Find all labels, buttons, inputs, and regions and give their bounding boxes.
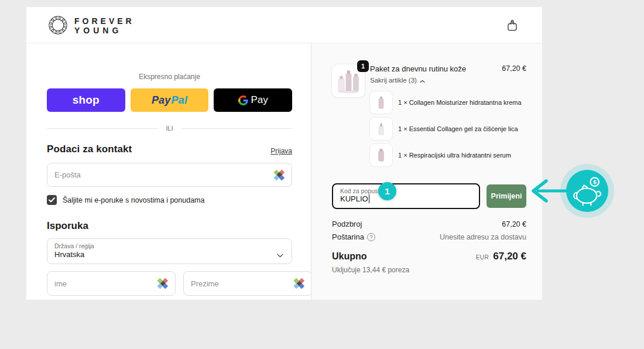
gpay-label: Pay bbox=[251, 94, 268, 106]
discount-code-input[interactable]: Kod za popust KUPLIO bbox=[332, 183, 480, 209]
last-name-input[interactable] bbox=[191, 279, 294, 288]
checkout-header: FOREVER YOUNG bbox=[26, 7, 542, 43]
paypal-button[interactable]: PayPal bbox=[131, 88, 209, 112]
product-price: 67,20 € bbox=[502, 64, 526, 73]
or-divider-label: ILI bbox=[157, 125, 181, 132]
google-pay-button[interactable]: Pay bbox=[214, 88, 292, 112]
totals-section: Podzbroj 67,20 € Poštarina ? Unesite adr… bbox=[332, 220, 526, 274]
svg-text:$: $ bbox=[593, 179, 597, 185]
google-g-icon bbox=[238, 95, 248, 105]
cart-button[interactable] bbox=[505, 19, 520, 34]
checkout-page: FOREVER YOUNG Ekspresno plaćanje bbox=[0, 0, 644, 349]
shop-pay-button[interactable]: shop bbox=[47, 88, 125, 112]
hide-items-toggle[interactable]: Sakrij artikle (3) bbox=[370, 75, 526, 85]
annotation-step-badge: 1 bbox=[378, 182, 396, 200]
item-thumbnail bbox=[370, 144, 392, 166]
list-item: 1 × Collagen Moisturizer hidratantna kre… bbox=[370, 91, 526, 114]
apply-discount-button[interactable]: Primijeni bbox=[487, 184, 526, 208]
first-name-field[interactable] bbox=[47, 271, 176, 296]
item-label: 1 × Respiracijski ultra hidratantni seru… bbox=[398, 151, 511, 160]
shopping-bag-icon bbox=[505, 18, 519, 35]
shop-pay-logo: shop bbox=[73, 94, 100, 107]
product-row: 1 Paket za dnevnu rutinu kože 67,20 € Sa… bbox=[332, 64, 526, 170]
autofill-diamonds-icon bbox=[274, 170, 285, 180]
item-thumbnail bbox=[370, 91, 392, 114]
quantity-badge: 1 bbox=[357, 60, 369, 72]
piggy-bank-icon: $ bbox=[570, 174, 604, 208]
newsletter-label: Šaljite mi e-poruke s novostima i ponuda… bbox=[63, 196, 204, 204]
discount-code-value: KUPLIO bbox=[340, 194, 368, 203]
brand-line2: YOUNG bbox=[74, 26, 135, 36]
list-item: 1 × Essential Collagen gel za čišćenje l… bbox=[370, 118, 526, 140]
item-label: 1 × Collagen Moisturizer hidratantna kre… bbox=[398, 98, 522, 107]
item-label: 1 × Essential Collagen gel za čišćenje l… bbox=[398, 125, 518, 134]
autofill-diamonds-icon bbox=[157, 278, 168, 289]
country-label: Država / regija bbox=[54, 242, 285, 249]
country-value: Hrvatska bbox=[54, 250, 285, 259]
brand-line1: FOREVER bbox=[74, 17, 135, 26]
order-summary-pane: 1 Paket za dnevnu rutinu kože 67,20 € Sa… bbox=[311, 43, 542, 300]
tax-note: Uključuje 13,44 € poreza bbox=[332, 266, 526, 274]
discount-code-label: Kod za popust bbox=[340, 187, 472, 194]
store-logo[interactable]: FOREVER YOUNG bbox=[47, 14, 135, 39]
paypal-logo: PayPal bbox=[152, 94, 187, 107]
first-name-input[interactable] bbox=[54, 279, 157, 288]
shipping-label: Poštarina bbox=[332, 232, 364, 241]
total-label: Ukupno bbox=[332, 251, 367, 262]
checkmark-icon bbox=[49, 197, 55, 203]
shipping-section-title: Isporuka bbox=[47, 220, 292, 232]
item-thumbnail bbox=[370, 118, 392, 140]
bundle-items-list: 1 × Collagen Moisturizer hidratantna kre… bbox=[370, 91, 526, 166]
email-field[interactable] bbox=[47, 163, 292, 187]
wreath-logo-icon bbox=[47, 14, 69, 39]
text-cursor bbox=[369, 194, 370, 203]
list-item: 1 × Respiracijski ultra hidratantni seru… bbox=[370, 144, 526, 166]
shipping-value: Unesite adresu za dostavu bbox=[440, 233, 526, 241]
checkout-form-pane: Ekspresno plaćanje shop PayPal bbox=[26, 43, 311, 300]
last-name-field[interactable] bbox=[183, 271, 312, 296]
or-divider: ILI bbox=[47, 125, 292, 132]
contact-section-title: Podaci za kontakt bbox=[47, 143, 132, 155]
chevron-up-icon bbox=[420, 75, 425, 85]
country-select[interactable]: Država / regija Hrvatska bbox=[47, 238, 292, 264]
subtotal-value: 67,20 € bbox=[502, 220, 526, 228]
login-link[interactable]: Prijava bbox=[270, 147, 292, 155]
chevron-down-icon bbox=[277, 249, 283, 260]
piggy-bank-badge: $ bbox=[566, 170, 608, 212]
total-value: 67,20 € bbox=[493, 251, 526, 262]
newsletter-checkbox[interactable] bbox=[47, 195, 57, 205]
autofill-diamonds-icon bbox=[294, 278, 304, 289]
checkout-card: FOREVER YOUNG Ekspresno plaćanje bbox=[26, 7, 542, 300]
express-payment-title: Ekspresno plaćanje bbox=[47, 73, 292, 81]
subtotal-label: Podzbroj bbox=[332, 220, 362, 228]
product-title: Paket za dnevnu rutinu kože bbox=[370, 64, 466, 73]
shipping-help-icon[interactable]: ? bbox=[367, 233, 375, 241]
discount-row: Kod za popust KUPLIO Primijeni bbox=[332, 183, 526, 209]
currency-code: EUR bbox=[476, 254, 489, 261]
express-payment-buttons: shop PayPal Pay bbox=[47, 88, 292, 112]
email-input[interactable] bbox=[54, 170, 274, 179]
